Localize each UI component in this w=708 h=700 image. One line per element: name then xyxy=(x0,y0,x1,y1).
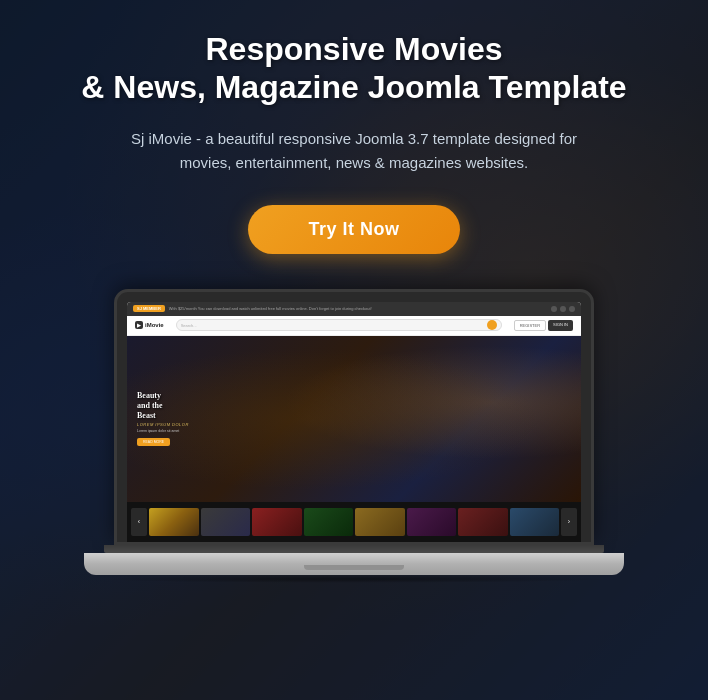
signin-button: SIGN IN xyxy=(548,320,573,331)
register-button: REGISTER xyxy=(514,320,546,331)
thumb-3 xyxy=(252,508,302,536)
preview-header: ▶ iMovie Search... REGISTER SIGN IN xyxy=(127,316,581,336)
social-icon-1 xyxy=(551,306,557,312)
thumb-1 xyxy=(149,508,199,536)
logo-icon: ▶ xyxy=(135,321,143,329)
thumb-7 xyxy=(458,508,508,536)
hero-lorem: Lorem ipsum dolor sit amet xyxy=(137,429,189,433)
hero-subtitle: LOREM IPSUM DOLOR xyxy=(137,422,189,427)
prev-button[interactable]: ‹ xyxy=(131,508,147,536)
social-icon-2 xyxy=(560,306,566,312)
cta-button[interactable]: Try It Now xyxy=(248,205,459,254)
movie-thumbnails-row: ‹ › xyxy=(127,502,581,542)
member-badge: SJ MEMBER xyxy=(133,305,165,312)
search-button xyxy=(487,320,497,330)
page-subtitle: Sj iMovie - a beautiful responsive Jooml… xyxy=(114,127,594,175)
logo-text: iMovie xyxy=(145,322,164,328)
next-button[interactable]: › xyxy=(561,508,577,536)
laptop-screen-inner: SJ MEMBER With $25/month You can downloa… xyxy=(127,302,581,542)
thumb-5 xyxy=(355,508,405,536)
social-icon-3 xyxy=(569,306,575,312)
preview-hero-area: Beautyand theBeast LOREM IPSUM DOLOR Lor… xyxy=(127,336,581,502)
laptop-mockup: SJ MEMBER With $25/month You can downloa… xyxy=(104,289,604,583)
thumb-4 xyxy=(304,508,354,536)
laptop-base xyxy=(84,553,624,575)
header-buttons: REGISTER SIGN IN xyxy=(514,320,573,331)
laptop-hinge xyxy=(104,545,604,553)
hero-text-content: Beautyand theBeast LOREM IPSUM DOLOR Lor… xyxy=(127,383,199,454)
social-icons xyxy=(551,306,575,312)
laptop-shadow xyxy=(94,575,614,583)
page-content: Responsive Movies & News, Magazine Jooml… xyxy=(0,0,708,583)
topbar-text: With $25/month You can download and watc… xyxy=(169,306,547,311)
thumb-6 xyxy=(407,508,457,536)
preview-search-bar: Search... xyxy=(176,319,502,331)
thumb-2 xyxy=(201,508,251,536)
thumb-8 xyxy=(510,508,560,536)
preview-logo: ▶ iMovie xyxy=(135,321,164,329)
search-placeholder-text: Search... xyxy=(181,323,485,328)
laptop-screen-outer: SJ MEMBER With $25/month You can downloa… xyxy=(114,289,594,545)
preview-topbar: SJ MEMBER With $25/month You can downloa… xyxy=(127,302,581,316)
website-preview: SJ MEMBER With $25/month You can downloa… xyxy=(127,302,581,542)
page-title: Responsive Movies & News, Magazine Jooml… xyxy=(81,30,626,107)
read-more-button: READ MORE xyxy=(137,438,170,446)
movie-title: Beautyand theBeast xyxy=(137,391,189,420)
